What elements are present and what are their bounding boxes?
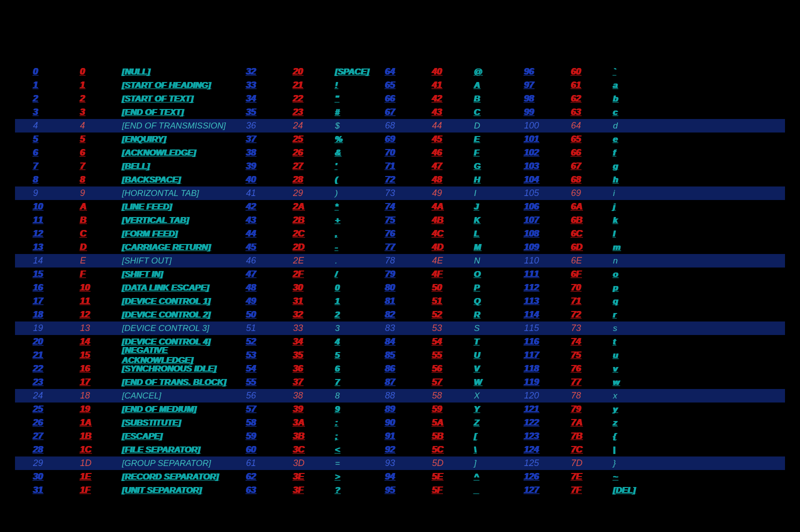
decimal-value: 122 xyxy=(506,418,571,428)
hex-value: 60 xyxy=(571,66,599,77)
decimal-value: 39 xyxy=(228,161,293,172)
hex-value: 6A xyxy=(571,202,599,212)
char-value: [DATA LINK ESCAPE] xyxy=(108,283,228,293)
decimal-value: 74 xyxy=(367,202,432,212)
char-value: [END OF TEXT] xyxy=(108,108,228,118)
ascii-block: 12179y xyxy=(506,404,645,414)
char-value: = xyxy=(321,458,367,468)
ascii-block: 603C< xyxy=(228,444,367,455)
decimal-value: 121 xyxy=(506,404,571,414)
decimal-value: 41 xyxy=(228,188,293,198)
char-value: Y xyxy=(460,404,506,414)
decimal-value: 64 xyxy=(367,66,432,77)
decimal-value: 27 xyxy=(15,431,80,442)
ascii-block: 955F_ xyxy=(367,485,506,496)
hex-value: 11 xyxy=(80,296,108,306)
hex-value: 6F xyxy=(571,269,599,280)
char-value: [BELL] xyxy=(108,162,228,172)
ascii-row: 1812[DEVICE CONTROL 2]503228252R11472r xyxy=(15,308,785,322)
hex-value: 1B xyxy=(80,431,108,442)
ascii-row: 2115[NEGATIVE ACKNOWLEDGE]533558555U1177… xyxy=(15,348,785,362)
ascii-block: 2317[END OF TRANS. BLOCK] xyxy=(15,377,228,388)
char-value: [UNIT SEPARATOR] xyxy=(108,486,228,496)
hex-value: 44 xyxy=(432,120,460,131)
hex-value: 59 xyxy=(432,404,460,414)
char-value: m xyxy=(599,242,645,252)
decimal-value: 89 xyxy=(367,404,432,414)
char-value: d xyxy=(599,121,645,131)
char-value: 8 xyxy=(321,391,367,401)
ascii-block: 945E^ xyxy=(367,472,506,482)
char-value: . xyxy=(321,256,367,266)
hex-value: 53 xyxy=(432,323,460,334)
char-value: \ xyxy=(460,445,506,455)
char-value: [START OF TEXT] xyxy=(108,94,228,104)
ascii-block: 55377 xyxy=(228,377,367,388)
ascii-block: 48300 xyxy=(228,282,367,293)
ascii-row: 88[BACKSPACE]4028(7248H10468h xyxy=(15,173,785,186)
ascii-block: 10468h xyxy=(506,174,645,185)
hex-value: 3D xyxy=(293,458,321,468)
ascii-block: 935D] xyxy=(367,458,506,468)
ascii-block: 2216[SYNCHRONOUS IDLE] xyxy=(15,364,228,374)
ascii-block: 6743C xyxy=(367,107,506,118)
hex-value: 26 xyxy=(293,148,321,158)
hex-value: 6C xyxy=(571,228,599,239)
hex-value: 5E xyxy=(432,472,460,482)
char-value: [DEVICE CONTROL 3] xyxy=(108,324,228,334)
decimal-value: 75 xyxy=(367,215,432,226)
ascii-row: 77[BELL]3927'7147G10367g xyxy=(15,160,785,173)
char-value: t xyxy=(599,337,645,347)
char-value: o xyxy=(599,270,645,280)
decimal-value: 21 xyxy=(15,350,80,360)
ascii-block: 774DM xyxy=(367,242,506,252)
hex-value: 61 xyxy=(571,80,599,90)
char-value: ! xyxy=(321,80,367,90)
decimal-value: 116 xyxy=(506,336,571,347)
hex-value: 29 xyxy=(293,188,321,198)
ascii-block: 754BK xyxy=(367,215,506,226)
hex-value: 5 xyxy=(80,134,108,144)
char-value: $ xyxy=(321,121,367,131)
ascii-block: 53355 xyxy=(228,350,367,360)
hex-value: 7 xyxy=(80,161,108,172)
decimal-value: 30 xyxy=(15,472,80,482)
ascii-block: 12C[FORM FEED] xyxy=(15,228,228,239)
ascii-block: 11573s xyxy=(506,323,645,334)
ascii-block: 9963c xyxy=(506,107,645,118)
hex-value: 28 xyxy=(293,174,321,185)
char-value: [NULL] xyxy=(108,67,228,77)
decimal-value: 92 xyxy=(367,444,432,455)
ascii-block: 9862b xyxy=(506,94,645,104)
hex-value: 70 xyxy=(571,282,599,293)
char-value: y xyxy=(599,404,645,414)
ascii-block: 11674t xyxy=(506,336,645,347)
decimal-value: 108 xyxy=(506,228,571,239)
char-value: p xyxy=(599,283,645,293)
char-value: n xyxy=(599,256,645,266)
char-value: / xyxy=(321,270,367,280)
ascii-block: 422A* xyxy=(228,202,367,212)
ascii-block: 744AJ xyxy=(367,202,506,212)
char-value: [DEL] xyxy=(599,486,645,496)
char-value: W xyxy=(460,378,506,388)
hex-value: 2 xyxy=(80,94,108,104)
decimal-value: 48 xyxy=(228,282,293,293)
char-value: e xyxy=(599,134,645,144)
hex-value: 39 xyxy=(293,404,321,414)
decimal-value: 117 xyxy=(506,350,571,360)
ascii-block: 1076Bk xyxy=(506,215,645,226)
hex-value: 5D xyxy=(432,458,460,468)
decimal-value: 110 xyxy=(506,256,571,266)
char-value: [CARRIAGE RETURN] xyxy=(108,242,228,252)
decimal-value: 109 xyxy=(506,242,571,252)
ascii-block: 8858X xyxy=(367,390,506,401)
ascii-block: 301E[RECORD SEPARATOR] xyxy=(15,472,228,482)
char-value: [ xyxy=(460,432,506,442)
ascii-block: 925C\ xyxy=(367,444,506,455)
ascii-row: 99[HORIZONTAL TAB]4129)7349I10569i xyxy=(15,186,785,200)
ascii-block: 8959Y xyxy=(367,404,506,414)
hex-value: 76 xyxy=(571,364,599,374)
ascii-block: 4129) xyxy=(228,188,367,198)
hex-value: 25 xyxy=(293,134,321,144)
